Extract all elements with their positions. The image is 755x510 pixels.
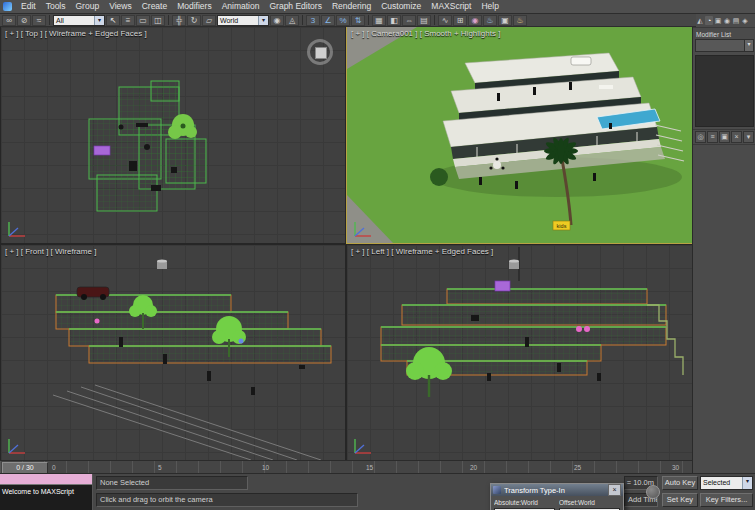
viewport-front[interactable]: [ + ] [ Front ] [ Wireframe ] xyxy=(1,245,345,460)
time-slider[interactable]: 0 / 30 0 5 10 15 20 25 30 xyxy=(0,460,692,474)
menu-help[interactable]: Help xyxy=(476,0,503,13)
show-end-result-icon[interactable]: ≡ xyxy=(707,131,718,143)
tab-utilities[interactable]: ◈ xyxy=(741,16,749,25)
axis-tripod-icon xyxy=(5,220,29,240)
trash-bin-object[interactable] xyxy=(509,259,519,269)
trash-bin-object[interactable] xyxy=(157,259,167,269)
make-unique-icon[interactable]: ▣ xyxy=(719,131,730,143)
menu-create[interactable]: Create xyxy=(137,0,173,13)
rendered-frame-icon[interactable]: ▣ xyxy=(498,15,512,26)
menu-views[interactable]: Views xyxy=(104,0,137,13)
tab-modify[interactable]: ◔ xyxy=(705,16,713,25)
select-and-manipulate-icon[interactable]: ◬ xyxy=(285,15,299,26)
viewcube-top-face[interactable] xyxy=(315,47,327,59)
percent-snap-icon[interactable]: % xyxy=(336,15,350,26)
purple-object-left[interactable] xyxy=(495,281,510,291)
snap-toggle-icon[interactable]: 3 xyxy=(306,15,320,26)
tab-display[interactable]: ▤ xyxy=(732,16,740,25)
spinner-snap-icon[interactable]: ⇅ xyxy=(351,15,365,26)
shrub[interactable] xyxy=(430,168,448,186)
timeline-tick: 20 xyxy=(470,464,477,471)
viewport-camera-label[interactable]: [ + ] [ Camera001 ] [ Smooth + Highlight… xyxy=(351,29,500,38)
status-bar: Welcome to MAXScript None Selected Click… xyxy=(0,473,755,510)
set-key-button[interactable]: Set Key xyxy=(662,493,698,507)
menu-rendering[interactable]: Rendering xyxy=(327,0,376,13)
road-wireframe[interactable] xyxy=(53,385,321,460)
window-crossing-icon[interactable]: ◫ xyxy=(151,15,165,26)
main-toolbar: ∞ ⊘ ≈ All ▾ ↖ ≡ ▭ ◫ ╬ ↻ ▱ World ▾ ◉ ◬ 3 … xyxy=(0,14,696,27)
reference-coordinate-dropdown[interactable]: World ▾ xyxy=(217,15,269,26)
menu-tools[interactable]: Tools xyxy=(41,0,71,13)
chevron-down-icon[interactable]: ▾ xyxy=(258,16,268,25)
axis-tripod-icon xyxy=(5,437,29,457)
select-and-link-icon[interactable]: ∞ xyxy=(2,15,16,26)
listener-output-line: Welcome to MAXScript xyxy=(0,485,92,498)
menu-edit[interactable]: Edit xyxy=(16,0,41,13)
chevron-down-icon[interactable]: ▾ xyxy=(742,477,752,489)
quick-render-icon[interactable]: ♨ xyxy=(513,15,527,26)
layer-manager-icon[interactable]: ▤ xyxy=(417,15,431,26)
named-selection-sets-icon[interactable]: ▦ xyxy=(372,15,386,26)
select-and-rotate-icon[interactable]: ↻ xyxy=(187,15,201,26)
viewport-left-label[interactable]: [ + ] [ Left ] [ Wireframe + Edged Faces… xyxy=(351,247,493,256)
modifier-stack-buttons: ◎ ≡ ▣ × ▾ xyxy=(693,129,755,145)
timeline-tick: 30 xyxy=(672,464,679,471)
macro-recorder-pane[interactable] xyxy=(0,474,92,485)
toolbar-separator xyxy=(302,15,303,25)
viewport-top-label[interactable]: [ + ] [ Top ] [ Wireframe + Edged Faces … xyxy=(5,29,147,38)
select-and-scale-icon[interactable]: ▱ xyxy=(202,15,216,26)
command-panel: ◭ ◔ ▣ ◉ ▤ ◈ Modifier List ▾ ◎ ≡ ▣ × ▾ xyxy=(692,14,755,473)
menu-group[interactable]: Group xyxy=(71,0,105,13)
menu-graph-editors[interactable]: Graph Editors xyxy=(264,0,326,13)
kids-sign[interactable]: kids xyxy=(553,221,570,230)
set-keys-button[interactable] xyxy=(646,485,660,499)
chevron-down-icon[interactable]: ▾ xyxy=(94,16,104,25)
purple-object-plan[interactable] xyxy=(94,146,110,155)
material-editor-icon[interactable]: ◉ xyxy=(468,15,482,26)
curve-editor-icon[interactable]: ∿ xyxy=(438,15,452,26)
unlink-selection-icon[interactable]: ⊘ xyxy=(17,15,31,26)
select-and-move-icon[interactable]: ╬ xyxy=(172,15,186,26)
maxscript-mini-listener[interactable]: Welcome to MAXScript xyxy=(0,474,93,510)
camera-viewport-scene: kids xyxy=(347,27,692,243)
menu-animation[interactable]: Animation xyxy=(217,0,265,13)
angle-snap-icon[interactable]: ∠ xyxy=(321,15,335,26)
configure-modifier-sets-icon[interactable]: ▾ xyxy=(743,131,754,143)
schematic-view-icon[interactable]: ⊞ xyxy=(453,15,467,26)
rooftop-car[interactable] xyxy=(571,57,591,65)
align-icon[interactable]: ⇔ xyxy=(402,15,416,26)
tab-create[interactable]: ◭ xyxy=(696,16,704,25)
application-logo-icon[interactable] xyxy=(3,2,12,11)
modifier-list-dropdown[interactable]: ▾ xyxy=(695,39,754,52)
tab-motion[interactable]: ◉ xyxy=(723,16,731,25)
key-filters-button[interactable]: Key Filters... xyxy=(700,493,753,507)
timeline-tick: 0 xyxy=(52,464,56,471)
command-panel-tabs: ◭ ◔ ▣ ◉ ▤ ◈ xyxy=(693,14,755,28)
viewport-front-label[interactable]: [ + ] [ Front ] [ Wireframe ] xyxy=(5,247,96,256)
tab-hierarchy[interactable]: ▣ xyxy=(714,16,722,25)
rectangular-selection-icon[interactable]: ▭ xyxy=(136,15,150,26)
render-setup-icon[interactable]: ♨ xyxy=(483,15,497,26)
viewport-left[interactable]: [ + ] [ Left ] [ Wireframe + Edged Faces… xyxy=(347,245,692,460)
pin-stack-icon[interactable]: ◎ xyxy=(695,131,706,143)
dialog-title-bar[interactable]: Transform Type-In × xyxy=(491,484,623,496)
selection-filter-dropdown[interactable]: All ▾ xyxy=(53,15,105,26)
viewcube[interactable] xyxy=(307,39,333,65)
mirror-icon[interactable]: ◧ xyxy=(387,15,401,26)
chevron-down-icon[interactable]: ▾ xyxy=(744,40,753,51)
menu-modifiers[interactable]: Modifiers xyxy=(172,0,216,13)
close-icon[interactable]: × xyxy=(608,484,621,496)
modifier-stack[interactable] xyxy=(695,55,754,127)
menu-customize[interactable]: Customize xyxy=(376,0,426,13)
remove-modifier-icon[interactable]: × xyxy=(731,131,742,143)
select-object-icon[interactable]: ↖ xyxy=(106,15,120,26)
auto-key-button[interactable]: Auto Key xyxy=(662,476,698,490)
viewport-camera[interactable]: [ + ] [ Camera001 ] [ Smooth + Highlight… xyxy=(347,27,692,243)
select-by-name-icon[interactable]: ≡ xyxy=(121,15,135,26)
menu-maxscript[interactable]: MAXScript xyxy=(426,0,476,13)
selection-set-dropdown[interactable]: Selected ▾ xyxy=(700,476,753,490)
transform-type-in-dialog[interactable]: Transform Type-In × Absolute:World Offse… xyxy=(490,483,624,510)
use-pivot-point-icon[interactable]: ◉ xyxy=(270,15,284,26)
bind-to-space-warp-icon[interactable]: ≈ xyxy=(32,15,46,26)
viewport-top[interactable]: [ + ] [ Top ] [ Wireframe + Edged Faces … xyxy=(1,27,345,243)
